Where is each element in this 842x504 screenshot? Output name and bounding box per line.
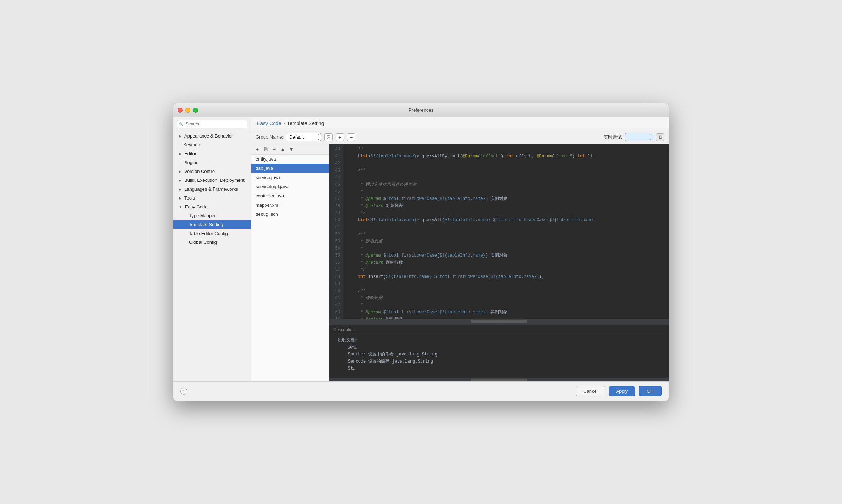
cancel-button[interactable]: Cancel: [576, 386, 605, 396]
list-item[interactable]: service.java: [251, 173, 329, 182]
breadcrumb: Easy Code › Template Setting: [251, 117, 669, 130]
close-button[interactable]: [178, 108, 183, 113]
editor-panel: 4041424344454647484950515253545556575859…: [329, 144, 669, 381]
chevron-right-icon: ▶: [179, 187, 181, 191]
split-panel: + ⎘ − ▲ ▼ entity.java dao.java service.j…: [251, 144, 669, 381]
group-name-label: Group Name:: [256, 134, 283, 140]
list-item[interactable]: entity.java: [251, 155, 329, 164]
code-lines: */ List<$!{tableInfo.name}> queryAllByLi…: [343, 144, 669, 319]
move-down-button[interactable]: ▼: [287, 146, 295, 153]
sidebar-item-global-config[interactable]: Global Config: [173, 238, 251, 247]
add-template-button[interactable]: +: [336, 133, 344, 141]
description-content: 说明文档: 属性 $author 设置中的作者 java.lang.String…: [329, 334, 669, 378]
chevron-right-icon: ▶: [179, 179, 181, 182]
help-button[interactable]: ?: [180, 388, 187, 395]
footer-left: ?: [180, 388, 187, 395]
copy-button[interactable]: ⧉: [656, 133, 664, 141]
file-list-toolbar: + ⎘ − ▲ ▼: [251, 144, 329, 155]
footer-right: Cancel Apply OK: [576, 386, 662, 396]
sidebar-item-label: Build, Execution, Deployment: [184, 178, 245, 183]
sidebar-item-version-control[interactable]: ▶ Version Control: [173, 167, 251, 176]
sidebar-item-label: Editor: [184, 151, 196, 156]
sidebar-item-label: Global Config: [189, 240, 217, 245]
search-input[interactable]: [177, 120, 247, 128]
sidebar-item-label: Template Setting: [189, 222, 223, 227]
preferences-window: Preferences ▶ Appearance & Behavior Keym…: [173, 103, 669, 401]
sidebar-item-plugins[interactable]: Plugins: [173, 158, 251, 167]
sidebar: ▶ Appearance & Behavior Keymap ▶ Editor …: [173, 117, 251, 381]
sidebar-item-appearance[interactable]: ▶ Appearance & Behavior: [173, 131, 251, 140]
chevron-down-icon: ▼: [179, 205, 182, 209]
apply-button[interactable]: Apply: [609, 386, 635, 396]
sidebar-item-label: Keymap: [183, 142, 200, 147]
sidebar-item-keymap[interactable]: Keymap: [173, 140, 251, 149]
code-area[interactable]: 4041424344454647484950515253545556575859…: [329, 144, 669, 319]
breadcrumb-parent[interactable]: Easy Code: [257, 121, 281, 126]
list-item[interactable]: dao.java: [251, 164, 329, 173]
group-select-wrapper: Default: [286, 133, 321, 141]
toolbar: Group Name: Default ⎘ + − 实时调试: [251, 130, 669, 144]
search-bar: [173, 117, 251, 131]
sidebar-item-editor[interactable]: ▶ Editor: [173, 149, 251, 158]
list-item[interactable]: debug.json: [251, 210, 329, 219]
sidebar-item-template-setting[interactable]: Template Setting: [173, 220, 251, 229]
description-scrollbar[interactable]: [329, 378, 669, 381]
description-label: Description: [329, 325, 669, 334]
scrollbar-thumb[interactable]: [471, 320, 527, 323]
chevron-right-icon: ▶: [179, 196, 181, 200]
list-item[interactable]: serviceImpl.java: [251, 182, 329, 191]
list-item[interactable]: controller.java: [251, 191, 329, 201]
footer: ? Cancel Apply OK: [173, 381, 669, 401]
scrollbar-thumb[interactable]: [471, 379, 527, 381]
line-numbers: 4041424344454647484950515253545556575859…: [329, 144, 343, 319]
code-content: 4041424344454647484950515253545556575859…: [329, 144, 669, 319]
sidebar-item-label: Table Editor Config: [189, 231, 228, 236]
breadcrumb-current: Template Setting: [287, 121, 324, 126]
main-body: ▶ Appearance & Behavior Keymap ▶ Editor …: [173, 117, 669, 381]
copy-template-button[interactable]: ⎘: [324, 133, 333, 141]
sidebar-item-easy-code[interactable]: ▼ Easy Code: [173, 202, 251, 211]
sidebar-item-label: Version Control: [184, 169, 216, 174]
chevron-down-icon: ▶: [179, 134, 181, 138]
file-list: entity.java dao.java service.java servic…: [251, 155, 329, 381]
sidebar-item-label: Type Mapper: [189, 213, 216, 218]
add-file-button[interactable]: +: [253, 146, 261, 153]
sidebar-item-tools[interactable]: ▶ Tools: [173, 194, 251, 202]
move-up-button[interactable]: ▲: [279, 146, 287, 153]
content-area: Easy Code › Template Setting Group Name:…: [251, 117, 669, 381]
maximize-button[interactable]: [193, 108, 198, 113]
group-name-select[interactable]: Default: [286, 133, 321, 141]
remove-template-button[interactable]: −: [347, 133, 355, 141]
sidebar-item-languages[interactable]: ▶ Languages & Frameworks: [173, 185, 251, 194]
sidebar-item-table-editor[interactable]: Table Editor Config: [173, 229, 251, 238]
sidebar-item-label: Easy Code: [185, 204, 208, 209]
minimize-button[interactable]: [185, 108, 190, 113]
copy-file-button[interactable]: ⎘: [262, 146, 270, 153]
sidebar-item-build[interactable]: ▶ Build, Execution, Deployment: [173, 176, 251, 185]
window-title: Preferences: [409, 107, 433, 113]
chevron-right-icon: ▶: [179, 152, 181, 156]
search-wrapper: [177, 120, 247, 128]
sidebar-item-type-mapper[interactable]: Type Mapper: [173, 211, 251, 220]
file-list-panel: + ⎘ − ▲ ▼ entity.java dao.java service.j…: [251, 144, 329, 381]
sidebar-item-label: Plugins: [183, 160, 198, 165]
chevron-right-icon: ▶: [179, 170, 181, 173]
remove-file-button[interactable]: −: [270, 146, 278, 153]
breadcrumb-separator: ›: [283, 121, 285, 126]
sidebar-item-label: Languages & Frameworks: [184, 186, 238, 192]
description-panel: Description 说明文档: 属性 $author 设置中的作者 java…: [329, 325, 669, 381]
titlebar-buttons: [178, 108, 198, 113]
list-item[interactable]: mapper.xml: [251, 201, 329, 210]
realtime-label: 实时调试: [604, 134, 622, 140]
ok-button[interactable]: OK: [639, 386, 662, 396]
realtime-select-wrapper: [625, 133, 653, 141]
sidebar-item-label: Appearance & Behavior: [184, 133, 233, 139]
titlebar: Preferences: [173, 103, 669, 117]
sidebar-item-label: Tools: [184, 195, 195, 201]
realtime-select[interactable]: [625, 133, 653, 141]
horizontal-scrollbar[interactable]: [329, 319, 669, 323]
